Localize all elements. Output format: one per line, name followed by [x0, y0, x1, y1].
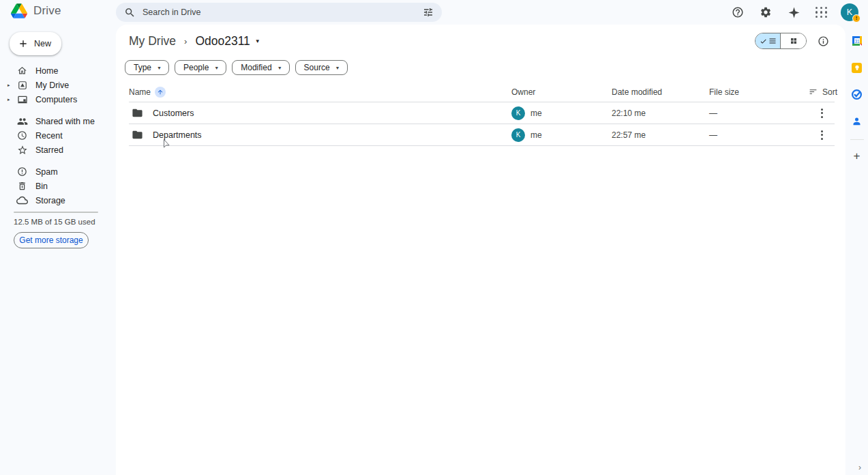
storage-usage-text: 12.5 MB of 15 GB used — [14, 218, 95, 226]
tune-icon[interactable] — [423, 7, 434, 18]
sidebar-item-computers[interactable]: ▸ Computers — [0, 92, 110, 106]
chevron-down-icon: ▼ — [157, 66, 162, 70]
sidebar-item-starred[interactable]: Starred — [0, 143, 110, 157]
column-header-owner[interactable]: Owner — [511, 87, 612, 97]
search-icon[interactable] — [124, 7, 136, 18]
current-folder-name: Odoo2311 — [195, 34, 250, 48]
date-modified: 22:10 me — [612, 109, 709, 118]
sort-ascending-icon[interactable] — [155, 87, 166, 98]
list-view-button[interactable] — [755, 33, 781, 48]
filter-chip-people[interactable]: People ▼ — [175, 60, 226, 75]
recent-icon — [16, 130, 28, 141]
new-button[interactable]: New — [10, 32, 61, 55]
owner-avatar: K — [511, 128, 525, 142]
account-avatar[interactable]: K ! — [841, 3, 858, 21]
expand-arrow-icon[interactable]: ▸ — [8, 83, 10, 88]
file-row-departments[interactable]: Departments K me 22:57 me — — [129, 124, 835, 146]
contacts-icon[interactable] — [848, 111, 866, 131]
chevron-down-icon: ▼ — [335, 66, 340, 70]
sidebar-item-my-drive[interactable]: ▸ My Drive — [0, 78, 110, 92]
folder-icon — [132, 107, 143, 119]
owner-label: me — [530, 109, 542, 118]
rail-divider — [850, 139, 864, 140]
sidebar-item-shared-with-me[interactable]: Shared with me — [0, 114, 110, 128]
filter-chip-type[interactable]: Type ▼ — [125, 60, 169, 75]
sort-icon — [809, 87, 818, 96]
keep-icon[interactable] — [848, 57, 866, 78]
list-icon — [768, 37, 777, 45]
breadcrumb: My Drive › Odoo2311 ▼ — [129, 34, 260, 48]
storage-progress-bar — [14, 212, 98, 213]
sidebar-item-home[interactable]: Home — [0, 63, 110, 78]
file-size: — — [709, 130, 809, 140]
tasks-icon[interactable] — [848, 84, 866, 104]
drive-logo-icon — [11, 3, 27, 18]
more-options-icon[interactable] — [818, 106, 826, 121]
plus-icon — [18, 38, 29, 49]
column-header-modified[interactable]: Date modified — [612, 87, 709, 97]
folder-icon — [132, 129, 143, 141]
shared-icon — [16, 116, 28, 127]
sidebar-item-recent[interactable]: Recent — [0, 128, 110, 143]
file-name: Customers — [153, 109, 194, 118]
table-header: Name Owner Date modified File size Sort — [129, 82, 835, 102]
filter-chips: Type ▼ People ▼ Modified ▼ Source ▼ — [125, 60, 348, 75]
header-actions — [755, 33, 829, 49]
my-drive-icon — [16, 81, 28, 90]
date-modified: 22:57 me — [612, 130, 709, 140]
search-placeholder: Search in Drive — [143, 8, 423, 17]
owner-label: me — [530, 130, 542, 140]
sidebar-item-storage[interactable]: Storage — [0, 193, 110, 207]
filter-chip-modified[interactable]: Modified ▼ — [232, 60, 289, 75]
view-toggle — [755, 33, 807, 49]
file-row-customers[interactable]: Customers K me 22:10 me — — [129, 102, 835, 124]
settings-icon[interactable] — [757, 3, 775, 21]
spam-icon — [16, 167, 28, 177]
home-icon — [16, 66, 28, 76]
check-icon — [760, 38, 767, 45]
new-button-label: New — [34, 39, 51, 48]
sidebar-item-spam[interactable]: Spam — [0, 164, 110, 179]
sort-button[interactable]: Sort — [809, 87, 837, 97]
apps-grid-icon[interactable] — [813, 3, 830, 21]
search-input[interactable]: Search in Drive — [116, 3, 442, 22]
file-list: Name Owner Date modified File size Sort … — [129, 82, 835, 146]
filter-chip-source[interactable]: Source ▼ — [295, 60, 348, 75]
expand-arrow-icon[interactable]: ▸ — [8, 97, 10, 102]
help-icon[interactable] — [729, 3, 747, 21]
chevron-down-icon: ▼ — [214, 66, 219, 70]
content-header: My Drive › Odoo2311 ▼ — [116, 25, 845, 57]
folder-dropdown-icon: ▼ — [255, 38, 260, 44]
side-panel-rail: 31 + › — [845, 25, 868, 475]
app-title: Drive — [33, 4, 61, 18]
sidebar-nav: Home ▸ My Drive ▸ Computers Shared with … — [0, 63, 110, 207]
drive-logo-area[interactable]: Drive — [11, 3, 61, 18]
avatar-alert-badge: ! — [852, 14, 860, 23]
more-options-icon[interactable] — [818, 128, 826, 143]
top-bar: Drive Search in Drive K ! — [0, 0, 868, 25]
main-content-panel: My Drive › Odoo2311 ▼ Typ — [116, 25, 845, 475]
column-header-name[interactable]: Name — [129, 87, 511, 98]
breadcrumb-my-drive[interactable]: My Drive — [129, 34, 176, 48]
topbar-actions: K ! — [729, 0, 858, 25]
collapse-chevron-icon[interactable]: › — [858, 463, 861, 472]
calendar-icon[interactable]: 31 — [848, 31, 866, 51]
info-icon[interactable] — [818, 35, 829, 47]
get-more-storage-button[interactable]: Get more storage — [14, 232, 89, 248]
chevron-down-icon: ▼ — [278, 66, 282, 70]
grid-view-button[interactable] — [781, 33, 806, 48]
breadcrumb-current-folder[interactable]: Odoo2311 ▼ — [195, 34, 260, 48]
file-name: Departments — [153, 130, 202, 140]
file-size: — — [709, 109, 809, 118]
column-header-size[interactable]: File size — [709, 87, 809, 97]
sidebar-item-bin[interactable]: Bin — [0, 179, 110, 193]
breadcrumb-chevron-icon: › — [184, 36, 187, 46]
grid-icon — [790, 37, 798, 45]
owner-avatar: K — [511, 106, 525, 120]
computers-icon — [16, 94, 28, 105]
add-panel-icon[interactable]: + — [854, 150, 860, 162]
cloud-icon — [16, 195, 28, 206]
star-icon — [16, 145, 28, 156]
svg-text:31: 31 — [854, 39, 860, 44]
gemini-icon[interactable] — [785, 3, 803, 21]
